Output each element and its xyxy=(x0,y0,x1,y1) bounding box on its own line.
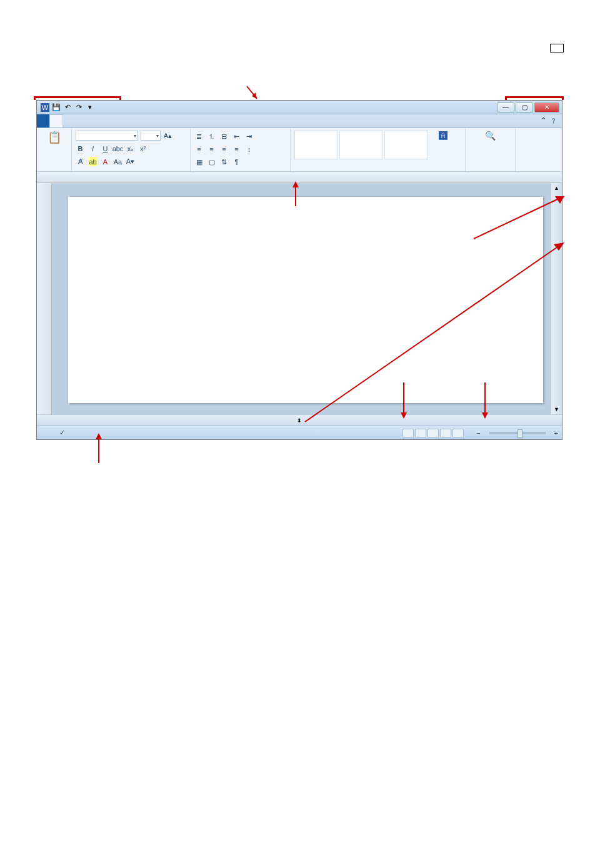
redo-icon[interactable]: ↷ xyxy=(74,103,83,112)
change-case-icon[interactable]: Aa xyxy=(113,157,122,166)
word-window: W 💾 ↶ ↷ ▾ — ▢ ✕ ⌃ ？ 📋 xyxy=(36,100,562,440)
zoom-in-icon[interactable]: + xyxy=(554,429,558,437)
underline-icon[interactable]: U xyxy=(101,144,110,154)
zoom-slider[interactable] xyxy=(489,432,546,434)
style-eivali[interactable] xyxy=(339,131,383,159)
arrow-tabs-icon xyxy=(246,85,264,100)
view-buttons xyxy=(402,429,464,437)
word-icon: W xyxy=(41,103,49,112)
shrink-font-icon[interactable]: A▾ xyxy=(126,157,135,166)
tab-aloitus[interactable] xyxy=(49,114,63,127)
view-fullscreen[interactable] xyxy=(415,429,426,437)
maximize-button[interactable]: ▢ xyxy=(516,102,533,112)
group-styles: 🅰 xyxy=(291,128,466,171)
tab-tarkista[interactable] xyxy=(113,114,126,127)
clear-format-icon[interactable]: A̸ xyxy=(76,157,85,166)
grow-font-icon[interactable]: A▴ xyxy=(163,131,172,141)
vertical-scrollbar[interactable]: ▲ ▼ xyxy=(551,183,562,414)
tab-viittaukset[interactable] xyxy=(88,114,101,127)
group-paragraph: ≣ ⒈ ⊟ ⇤ ⇥ ≡ ≡ ≡ ≡ ↕ ▦ ▢ ⇅ ¶ xyxy=(191,128,291,171)
quick-access-toolbar: W 💾 ↶ ↷ ▾ xyxy=(37,103,98,112)
subscript-icon[interactable]: x₂ xyxy=(126,144,135,154)
indent-dec-icon[interactable]: ⇤ xyxy=(232,132,241,141)
multilevel-icon[interactable]: ⊟ xyxy=(219,132,229,141)
minimize-button[interactable]: — xyxy=(497,102,514,112)
ribbon-help: ⌃ ？ xyxy=(536,114,562,127)
show-marks-icon[interactable]: ¶ xyxy=(232,157,241,167)
line-spacing-icon[interactable]: ↕ xyxy=(244,144,254,154)
align-left-icon[interactable]: ≡ xyxy=(194,144,204,154)
style-otsikko1[interactable] xyxy=(384,131,428,159)
font-size-dropdown[interactable] xyxy=(141,131,161,141)
font-color-icon[interactable]: A xyxy=(101,157,110,166)
paste-icon[interactable]: 📋 xyxy=(41,131,68,144)
minimize-ribbon-icon[interactable]: ⌃ xyxy=(541,116,546,126)
svg-line-0 xyxy=(247,86,257,99)
align-center-icon[interactable]: ≡ xyxy=(207,144,216,154)
superscript-icon[interactable]: x² xyxy=(138,144,148,154)
numbering-icon[interactable]: ⒈ xyxy=(207,132,216,141)
horizontal-scrollbar[interactable]: ⬍ xyxy=(37,414,562,426)
save-icon[interactable]: 💾 xyxy=(52,103,61,112)
align-right-icon[interactable]: ≡ xyxy=(219,144,229,154)
scroll-up-icon[interactable]: ▲ xyxy=(551,183,562,193)
document-page[interactable] xyxy=(68,197,543,403)
tab-nayta[interactable] xyxy=(126,114,138,127)
tab-sivunasettelu[interactable] xyxy=(76,114,88,127)
status-bar: ✓ − + xyxy=(37,426,562,439)
zoom-out-icon[interactable]: − xyxy=(476,429,480,437)
proofing-icon[interactable]: ✓ xyxy=(59,429,65,437)
justify-icon[interactable]: ≡ xyxy=(232,144,241,154)
svg-marker-1 xyxy=(252,92,257,99)
find-icon[interactable]: 🔍 xyxy=(469,131,511,141)
close-button[interactable]: ✕ xyxy=(534,102,559,112)
horizontal-ruler[interactable] xyxy=(37,172,562,183)
tab-apuohjelmat[interactable] xyxy=(138,114,151,127)
indent-inc-icon[interactable]: ⇥ xyxy=(244,132,254,141)
title-bar: W 💾 ↶ ↷ ▾ — ▢ ✕ xyxy=(37,101,562,114)
tab-postitukset[interactable] xyxy=(101,114,113,127)
tab-tiedosto[interactable] xyxy=(37,114,49,127)
vertical-ruler[interactable] xyxy=(37,183,52,414)
view-draft[interactable] xyxy=(452,429,464,437)
highlight-icon[interactable]: ab xyxy=(88,157,98,166)
tab-lisaa[interactable] xyxy=(63,114,76,127)
sort-icon[interactable]: ⇅ xyxy=(219,157,229,167)
ribbon-tabs: ⌃ ？ xyxy=(37,114,562,128)
editor-area: ▲ ▼ xyxy=(37,183,562,414)
shading-icon[interactable]: ▦ xyxy=(194,157,204,167)
bullets-icon[interactable]: ≣ xyxy=(194,132,204,141)
borders-icon[interactable]: ▢ xyxy=(207,157,216,167)
style-normaali[interactable] xyxy=(294,131,338,159)
italic-icon[interactable]: I xyxy=(88,144,98,154)
view-web[interactable] xyxy=(428,429,439,437)
qat-dropdown-icon[interactable]: ▾ xyxy=(86,103,94,112)
label-window-controls xyxy=(550,44,564,52)
view-outline[interactable] xyxy=(440,429,451,437)
group-clipboard: 📋 xyxy=(37,128,72,171)
undo-icon[interactable]: ↶ xyxy=(63,103,72,112)
ribbon: 📋 A▴ B I U abc x₂ x² A̸ ab A xyxy=(37,128,562,172)
scroll-down-icon[interactable]: ▼ xyxy=(551,404,562,414)
view-print-layout[interactable] xyxy=(402,429,414,437)
group-editing: 🔍 xyxy=(466,128,516,171)
strike-icon[interactable]: abc xyxy=(113,144,122,154)
font-name-dropdown[interactable] xyxy=(76,131,138,141)
group-font: A▴ B I U abc x₂ x² A̸ ab A Aa A▾ xyxy=(72,128,191,171)
change-styles-icon[interactable]: 🅰 xyxy=(431,131,456,141)
help-icon[interactable]: ？ xyxy=(550,116,557,126)
bold-icon[interactable]: B xyxy=(76,144,85,154)
